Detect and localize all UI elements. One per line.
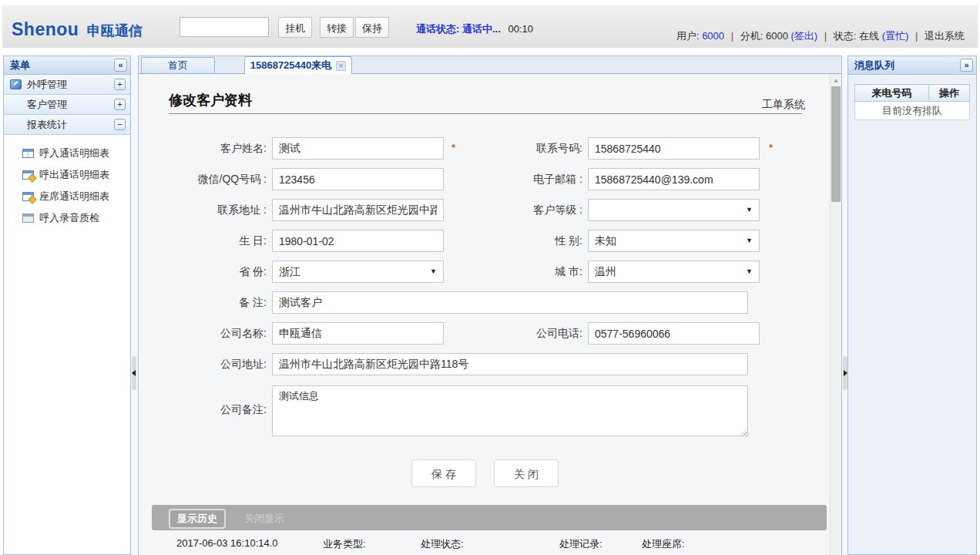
- scrollbar-thumb[interactable]: [831, 86, 841, 202]
- sidebar-item-agent-detail[interactable]: 座席通话明细表: [4, 186, 130, 207]
- select-arrow-icon: ▼: [430, 261, 437, 282]
- sidebar-group-customer[interactable]: 客户管理 +: [4, 95, 130, 115]
- sidebar-item-label: 座席通话明细表: [39, 190, 109, 204]
- process-record-label: 处理记录:: [559, 537, 602, 551]
- company-phone-input[interactable]: [588, 322, 760, 345]
- tab-close-icon[interactable]: ×: [336, 61, 346, 71]
- show-history-button[interactable]: 显示历史: [169, 509, 226, 529]
- dial-input[interactable]: [180, 17, 269, 37]
- city-label: 城 市:: [467, 261, 582, 283]
- title-divider: [169, 113, 802, 114]
- sign-out-link[interactable]: (签出): [791, 30, 818, 42]
- province-select[interactable]: 浙江 ▼: [272, 261, 444, 283]
- call-status-text: 通话状态: 通话中...: [416, 23, 501, 35]
- queue-table: 来电号码 操作 目前没有排队: [854, 84, 970, 120]
- logout-link[interactable]: 退出系统: [925, 30, 965, 42]
- user-label: 用户:: [676, 30, 700, 42]
- queue-header: 消息队列 »: [848, 56, 976, 75]
- sidebar-group-reports[interactable]: 报表统计 −: [4, 115, 130, 135]
- company-remark-textarea[interactable]: 测试信息: [272, 385, 748, 436]
- wechat-qq-input[interactable]: [272, 168, 444, 190]
- outbound-call-icon: [10, 79, 22, 89]
- sidebar-group-outbound[interactable]: 外呼管理 +: [4, 75, 130, 95]
- report-items: 呼入通话明细表 呼出通话明细表 座席通话明细表 呼入录音质检: [4, 135, 130, 229]
- company-name-input[interactable]: [272, 322, 444, 345]
- hide-history-button[interactable]: 关闭显示: [244, 512, 284, 526]
- transfer-button[interactable]: 转接: [320, 17, 354, 38]
- select-arrow-icon: ▼: [746, 261, 753, 282]
- history-toolbar: 显示历史 关闭显示: [152, 505, 827, 530]
- business-type-label: 业务类型:: [323, 537, 366, 551]
- required-asterisk: *: [769, 142, 773, 153]
- tab-home[interactable]: 首页: [141, 57, 215, 73]
- birthday-label: 生 日:: [151, 230, 267, 252]
- required-asterisk: *: [451, 142, 455, 153]
- birthday-input[interactable]: [272, 230, 444, 252]
- sidebar-group-label: 客户管理: [27, 99, 67, 110]
- hangup-button[interactable]: 挂机: [278, 17, 312, 38]
- city-select[interactable]: 温州 ▼: [588, 261, 760, 283]
- queue-title: 消息队列: [854, 59, 894, 71]
- divider: |: [824, 30, 827, 42]
- sidebar-collapse-button[interactable]: «: [114, 59, 127, 72]
- contact-address-input[interactable]: [272, 199, 444, 221]
- select-value: 未知: [595, 234, 616, 247]
- logo-cn: 申瓯通信: [87, 23, 143, 39]
- call-timer: 00:10: [508, 23, 533, 35]
- wechat-qq-label: 微信/QQ号码 :: [151, 168, 267, 190]
- top-header: Shenou 申瓯通信 挂机 转接 保持 通话状态: 通话中... 00:10 …: [2, 5, 978, 48]
- select-value: 温州: [595, 265, 616, 278]
- queue-col-action: 操作: [929, 85, 970, 102]
- sidebar-header: 菜单 «: [4, 56, 130, 75]
- gender-select[interactable]: 未知 ▼: [588, 230, 760, 252]
- table-edit-icon: [22, 192, 34, 201]
- tab-incoming-call[interactable]: 15868725440来电 ×: [244, 56, 352, 74]
- sidebar-menu: 菜单 « 外呼管理 + 客户管理 + 报表统计 − 呼入通话明细表 呼出通话明细…: [3, 56, 131, 555]
- hold-button[interactable]: 保持: [355, 17, 389, 38]
- sidebar-item-label: 呼入录音质检: [39, 211, 99, 225]
- status-value: 在线: [859, 30, 879, 42]
- close-button[interactable]: 关 闭: [494, 459, 559, 487]
- save-button[interactable]: 保 存: [411, 459, 476, 487]
- ext-label: 分机:: [740, 30, 764, 42]
- ticket-system-link[interactable]: 工单系统: [705, 98, 805, 112]
- customer-name-input[interactable]: [272, 137, 444, 160]
- sidebar-collapse-handle[interactable]: [132, 356, 136, 390]
- collapse-toggle-icon[interactable]: −: [114, 119, 126, 130]
- sidebar-title: 菜单: [10, 59, 30, 71]
- logo: Shenou 申瓯通信: [12, 19, 143, 40]
- user-value-link[interactable]: 6000: [702, 30, 724, 42]
- scroll-up-icon[interactable]: ▲: [831, 76, 841, 86]
- remark-input[interactable]: [272, 291, 748, 314]
- right-splitter[interactable]: [842, 56, 847, 555]
- queue-expand-button[interactable]: »: [960, 59, 973, 72]
- email-input[interactable]: [588, 168, 760, 190]
- sidebar-item-outbound-detail[interactable]: 呼出通话明细表: [4, 164, 130, 186]
- contact-number-label: 联系号码:: [467, 137, 582, 160]
- sidebar-group-label: 报表统计: [27, 119, 67, 130]
- email-label: 电子邮箱 :: [467, 168, 582, 190]
- history-record-time: 2017-06-03 16:10:14.0: [176, 537, 278, 549]
- customer-name-label: 客户姓名:: [151, 137, 267, 160]
- left-splitter[interactable]: [131, 56, 138, 555]
- sidebar-item-inbound-detail[interactable]: 呼入通话明细表: [4, 143, 130, 164]
- page-title: 修改客户资料: [169, 91, 252, 109]
- company-address-input[interactable]: [272, 353, 748, 375]
- sidebar-item-recording-qc[interactable]: 呼入录音质检: [4, 207, 130, 229]
- contact-number-input[interactable]: [588, 137, 760, 160]
- status-label: 状态:: [834, 30, 857, 42]
- document-icon: [22, 214, 34, 223]
- expand-toggle-icon[interactable]: +: [114, 79, 126, 90]
- customer-level-label: 客户等级 :: [467, 199, 582, 221]
- queue-col-number: 来电号码: [855, 85, 929, 102]
- tab-label: 15868725440来电: [250, 59, 332, 72]
- sidebar-item-label: 呼入通话明细表: [39, 146, 109, 160]
- province-label: 省 份:: [151, 261, 267, 283]
- set-busy-link[interactable]: (置忙): [882, 30, 909, 42]
- process-agent-label: 处理座席:: [642, 537, 685, 551]
- select-value: 浙江: [279, 265, 300, 278]
- expand-toggle-icon[interactable]: +: [114, 99, 126, 110]
- customer-level-select[interactable]: ▼: [588, 199, 760, 221]
- table-icon: [22, 149, 34, 158]
- main-scrollbar[interactable]: ▲: [830, 74, 841, 555]
